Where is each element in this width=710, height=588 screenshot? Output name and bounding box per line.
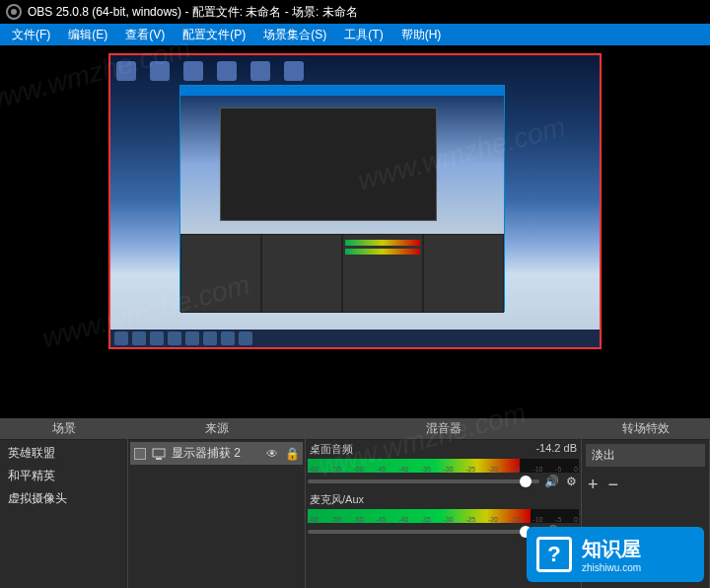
captured-nested-obs: [179, 85, 505, 312]
sources-header: 来源: [128, 418, 305, 440]
source-item[interactable]: 显示器捕获 2 👁 🔒: [130, 442, 303, 465]
site-attribution-badge: ? 知识屋 zhishiwu.com: [527, 527, 704, 582]
menu-tools[interactable]: 工具(T): [336, 25, 390, 45]
mixer-header: 混音器: [306, 418, 581, 440]
menu-edit[interactable]: 编辑(E): [60, 25, 115, 45]
volume-slider[interactable]: [308, 479, 539, 483]
mixer-channel-desktop: 桌面音频 -14.2 dB -60-55-50-45-40-35-30-25-2…: [308, 442, 579, 488]
menu-view[interactable]: 查看(V): [117, 25, 173, 45]
visibility-icon[interactable]: 👁: [265, 447, 279, 461]
scene-item[interactable]: 和平精英: [2, 465, 125, 487]
menubar: 文件(F) 编辑(E) 查看(V) 配置文件(P) 场景集合(S) 工具(T) …: [0, 24, 710, 45]
svg-rect-0: [153, 449, 165, 457]
channel-name: 桌面音频: [310, 442, 353, 457]
source-label: 显示器捕获 2: [172, 445, 259, 462]
menu-scene-collection[interactable]: 场景集合(S): [255, 25, 334, 45]
settings-icon[interactable]: ⚙: [563, 475, 579, 488]
captured-taskbar: [110, 330, 600, 347]
transition-select[interactable]: 淡出: [586, 444, 705, 467]
scene-item[interactable]: 虚拟摄像头: [2, 487, 125, 510]
scene-item[interactable]: 英雄联盟: [2, 442, 125, 465]
menu-file[interactable]: 文件(F): [4, 25, 58, 45]
channel-db: -14.2 dB: [535, 442, 577, 457]
titlebar: OBS 25.0.8 (64-bit, windows) - 配置文件: 未命名…: [0, 0, 710, 24]
brand-name: 知识屋: [582, 536, 641, 562]
preview-source-selected[interactable]: [108, 53, 602, 349]
display-capture-icon: [152, 448, 166, 460]
add-transition-button[interactable]: +: [588, 475, 599, 495]
brand-domain: zhishiwu.com: [582, 562, 641, 573]
svg-rect-1: [156, 458, 162, 460]
menu-help[interactable]: 帮助(H): [393, 25, 450, 45]
vu-meter: -60-55-50-45-40-35-30-25-20-15-10-50: [308, 509, 579, 523]
volume-slider[interactable]: [308, 530, 539, 534]
menu-profile[interactable]: 配置文件(P): [175, 25, 253, 45]
obs-logo-icon: [6, 4, 22, 20]
speaker-icon[interactable]: 🔊: [543, 475, 559, 488]
sources-panel: 来源 显示器捕获 2 👁 🔒: [128, 418, 306, 588]
preview-area[interactable]: [0, 45, 710, 418]
vu-meter: -60-55-50-45-40-35-30-25-20-15-10-50: [308, 459, 579, 473]
scenes-list[interactable]: 英雄联盟 和平精英 虚拟摄像头: [0, 440, 127, 588]
window-title: OBS 25.0.8 (64-bit, windows) - 配置文件: 未命名…: [28, 4, 358, 21]
lock-icon[interactable]: 🔒: [285, 447, 299, 461]
channel-name: 麦克风/Aux: [310, 492, 364, 507]
scenes-panel: 场景 英雄联盟 和平精英 虚拟摄像头: [0, 418, 128, 588]
transitions-header: 转场特效: [582, 418, 709, 440]
transition-selected-label: 淡出: [592, 448, 615, 462]
sources-list[interactable]: 显示器捕获 2 👁 🔒: [128, 440, 305, 588]
scenes-header: 场景: [0, 418, 127, 440]
remove-transition-button[interactable]: −: [608, 475, 619, 495]
source-checkbox[interactable]: [134, 448, 146, 460]
question-icon: ?: [536, 537, 572, 572]
captured-desktop-icons: [116, 61, 304, 81]
